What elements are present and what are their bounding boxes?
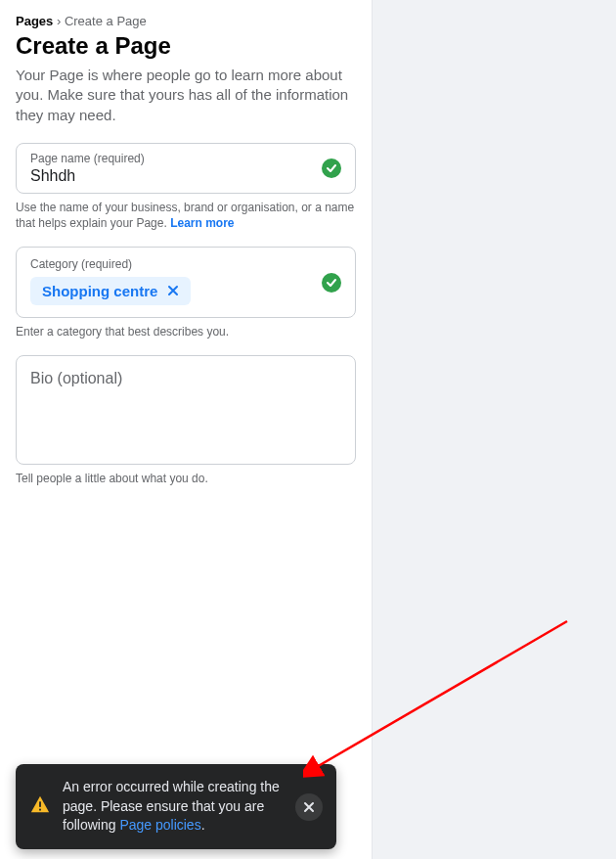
breadcrumb: Pages › Create a Page <box>16 14 356 28</box>
page-policies-link[interactable]: Page policies <box>119 817 200 833</box>
checkmark-icon <box>322 273 341 293</box>
page-name-helper: Use the name of your business, brand or … <box>16 200 356 231</box>
preview-panel <box>372 0 616 859</box>
page-subtitle: Your Page is where people go to learn mo… <box>16 66 356 125</box>
learn-more-link[interactable]: Learn more <box>170 216 234 230</box>
category-chip-label: Shopping centre <box>42 283 157 299</box>
bio-field[interactable]: Bio (optional) <box>16 355 356 465</box>
breadcrumb-sep: › <box>57 14 61 28</box>
close-icon <box>303 801 315 813</box>
bio-helper: Tell people a little about what you do. <box>16 471 356 486</box>
create-page-panel: Pages › Create a Page Create a Page Your… <box>0 0 372 859</box>
close-toast-button[interactable] <box>295 793 323 821</box>
bio-placeholder: Bio (optional) <box>30 370 341 387</box>
category-field[interactable]: Category (required) Shopping centre <box>16 247 356 318</box>
page-name-label: Page name (required) <box>30 152 341 165</box>
category-chip: Shopping centre <box>30 277 191 305</box>
checkmark-icon <box>322 158 341 178</box>
toast-message: An error occurred while creating the pag… <box>63 778 284 836</box>
breadcrumb-root[interactable]: Pages <box>16 14 53 28</box>
error-toast: An error occurred while creating the pag… <box>16 764 336 849</box>
warning-icon <box>29 794 51 820</box>
svg-rect-1 <box>39 808 41 810</box>
remove-chip-icon[interactable] <box>167 283 179 299</box>
category-label: Category (required) <box>30 257 341 271</box>
svg-rect-0 <box>39 801 41 807</box>
page-name-value: Shhdh <box>30 167 341 185</box>
category-helper: Enter a category that best describes you… <box>16 324 356 339</box>
page-title: Create a Page <box>16 32 356 60</box>
breadcrumb-current: Create a Page <box>65 14 147 28</box>
page-name-field[interactable]: Page name (required) Shhdh <box>16 143 356 194</box>
